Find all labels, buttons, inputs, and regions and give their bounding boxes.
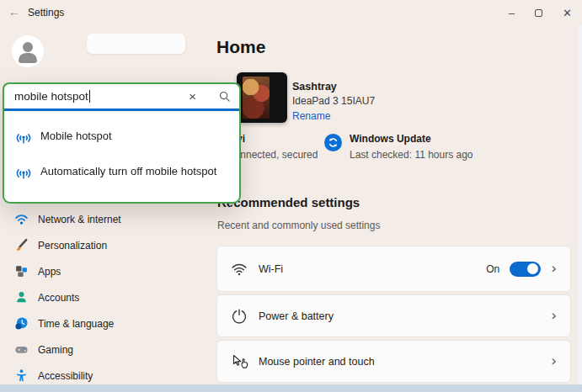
windows-update-status: Last checked: 11 hours ago xyxy=(350,149,473,161)
clock-globe-icon xyxy=(14,316,29,331)
minimize-button[interactable]: – xyxy=(509,8,515,19)
status-strip: Vivi Connected, secured Windows Update L… xyxy=(216,133,570,161)
scrollbar-track[interactable] xyxy=(578,25,582,384)
wifi-icon xyxy=(14,212,29,226)
windows-update-block[interactable]: Windows Update Last checked: 11 hours ag… xyxy=(324,133,473,161)
chevron-right-icon: › xyxy=(551,354,557,368)
toggle-knob xyxy=(527,263,538,274)
windows-update-title: Windows Update xyxy=(350,133,473,145)
window-controls: – ✕ xyxy=(509,0,572,25)
setting-row-wifi[interactable]: Wi-Fi On › xyxy=(216,246,571,292)
search-icon[interactable] xyxy=(218,90,231,103)
chevron-right-icon: › xyxy=(551,262,557,276)
search-results-list: Mobile hotspot Automatically turn off mo… xyxy=(3,111,241,204)
person-icon xyxy=(14,290,29,305)
sidebar-item-accounts[interactable]: Accounts xyxy=(0,284,202,310)
settings-window: ← Settings – ✕ Network & internet Person… xyxy=(0,0,582,392)
device-name: Sashtray xyxy=(292,81,375,93)
sidebar-item-label: Apps xyxy=(38,266,61,278)
wifi-toggle[interactable] xyxy=(510,262,541,277)
avatar-person-icon xyxy=(23,42,33,52)
sidebar-item-label: Accounts xyxy=(38,292,79,304)
wifi-ssid: Vivi xyxy=(227,133,318,145)
sidebar-item-personalization[interactable]: Personalization xyxy=(0,232,202,258)
setting-row-label: Wi-Fi xyxy=(259,263,486,275)
back-button[interactable]: ← xyxy=(8,5,20,19)
maximize-button[interactable] xyxy=(535,9,542,17)
sidebar-item-label: Time & language xyxy=(38,318,114,330)
setting-row-power-battery[interactable]: Power & battery › xyxy=(216,294,571,337)
sidebar-item-label: Gaming xyxy=(38,344,73,356)
account-name-box xyxy=(87,34,185,54)
recommended-settings-subtitle: Recent and commonly used settings xyxy=(217,220,380,231)
toggle-state-label: On xyxy=(486,263,499,275)
accessibility-person-icon xyxy=(14,368,29,383)
search-result-label: Automatically turn off mobile hotspot xyxy=(40,163,216,180)
clear-search-icon[interactable]: × xyxy=(189,89,196,103)
mobile-hotspot-icon xyxy=(14,165,33,182)
paintbrush-icon xyxy=(14,238,29,252)
wifi-connection-status: Connected, secured xyxy=(227,149,318,161)
sidebar-item-label: Personalization xyxy=(38,240,107,252)
setting-row-label: Power & battery xyxy=(259,310,551,322)
apps-grid-icon xyxy=(14,264,29,278)
page-title: Home xyxy=(216,37,265,57)
rename-link[interactable]: Rename xyxy=(292,110,375,122)
setting-row-mouse-pointer-touch[interactable]: Mouse pointer and touch › xyxy=(216,340,571,383)
sidebar-nav: Network & internet Personalization Apps … xyxy=(0,206,202,389)
search-result-mobile-hotspot[interactable]: Mobile hotspot xyxy=(4,119,239,155)
search-flyout: mobile hotspot × Mobile hotspot Automati… xyxy=(3,82,241,204)
window-title: Settings xyxy=(28,7,64,19)
device-model: IdeaPad 3 15IAU7 xyxy=(292,95,375,107)
device-image xyxy=(237,72,287,123)
sidebar-item-time-language[interactable]: Time & language xyxy=(0,310,202,336)
sidebar-item-label: Network & internet xyxy=(38,214,121,225)
sidebar-item-gaming[interactable]: Gaming xyxy=(0,336,202,363)
close-button[interactable]: ✕ xyxy=(563,8,572,19)
sidebar-item-label: Accessibility xyxy=(38,370,93,382)
search-query-text: mobile hotspot xyxy=(14,90,189,103)
setting-row-label: Mouse pointer and touch xyxy=(259,356,551,368)
mobile-hotspot-icon xyxy=(14,130,33,146)
avatar-person-icon xyxy=(19,53,37,63)
sidebar-item-network-internet[interactable]: Network & internet xyxy=(0,206,202,232)
device-wallpaper xyxy=(243,77,270,119)
sidebar-item-apps[interactable]: Apps xyxy=(0,258,202,284)
search-result-auto-turn-off-hotspot[interactable]: Automatically turn off mobile hotspot xyxy=(4,155,239,190)
device-info: Sashtray IdeaPad 3 15IAU7 Rename xyxy=(292,81,375,122)
chevron-right-icon: › xyxy=(551,309,557,323)
text-caret xyxy=(89,90,90,103)
windows-update-icon xyxy=(324,134,342,151)
user-avatar[interactable] xyxy=(12,35,44,67)
mouse-pointer-touch-icon xyxy=(231,353,248,370)
search-result-label: Mobile hotspot xyxy=(40,128,112,145)
wifi-icon xyxy=(231,261,248,278)
window-bottom-edge xyxy=(0,384,582,392)
power-icon xyxy=(231,308,248,325)
gamepad-icon xyxy=(14,342,29,357)
settings-search-input[interactable]: mobile hotspot × xyxy=(3,82,241,109)
titlebar: ← Settings – ✕ xyxy=(0,0,582,25)
